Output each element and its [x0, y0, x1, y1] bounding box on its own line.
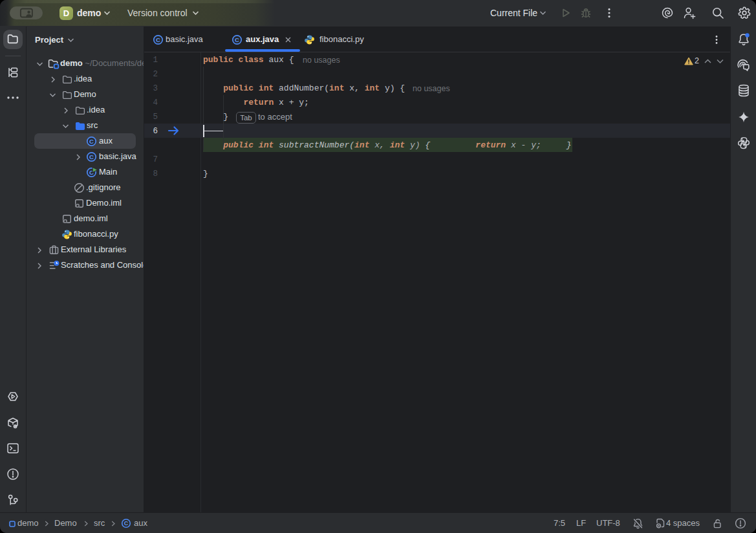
svg-text:C: C — [89, 153, 94, 160]
svg-text:C: C — [124, 520, 129, 527]
svg-text:C: C — [235, 36, 239, 43]
svg-text:C: C — [156, 36, 160, 43]
svg-text:C: C — [89, 138, 94, 145]
